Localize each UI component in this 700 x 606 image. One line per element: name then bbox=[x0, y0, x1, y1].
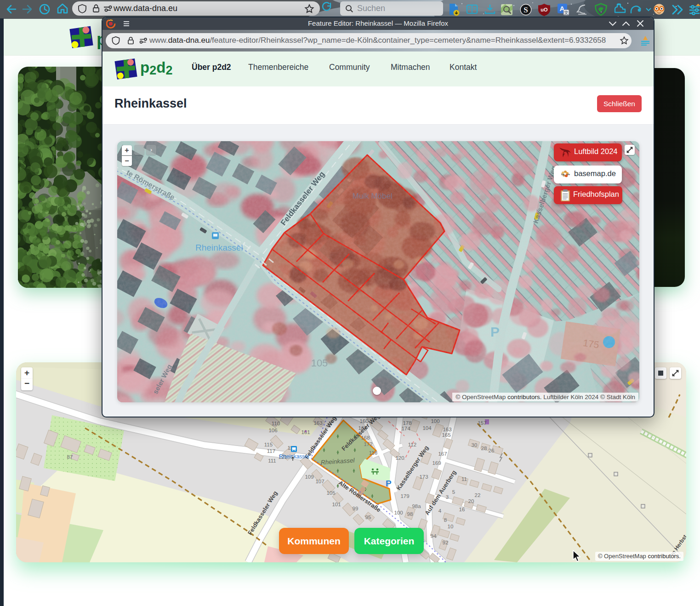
svg-text:110: 110 bbox=[272, 421, 280, 426]
svg-text:100: 100 bbox=[394, 510, 403, 515]
svg-text:106: 106 bbox=[268, 428, 277, 433]
svg-text:115: 115 bbox=[264, 442, 273, 447]
svg-text:99: 99 bbox=[353, 506, 359, 511]
svg-text:文: 文 bbox=[564, 10, 569, 15]
svg-text:172: 172 bbox=[364, 441, 372, 447]
svg-text:Rheinkassel: Rheinkassel bbox=[279, 453, 309, 460]
svg-text:101: 101 bbox=[332, 502, 341, 507]
svg-text:30: 30 bbox=[472, 442, 478, 448]
svg-text:5: 5 bbox=[452, 489, 455, 495]
svg-text:167: 167 bbox=[438, 451, 447, 457]
svg-text:Rheinkassel: Rheinkassel bbox=[195, 243, 243, 252]
svg-text:95: 95 bbox=[365, 515, 371, 520]
svg-text:S: S bbox=[524, 6, 528, 14]
svg-text:92: 92 bbox=[443, 540, 449, 545]
svg-text:163: 163 bbox=[443, 427, 451, 432]
svg-text:Mulk Möbel: Mulk Möbel bbox=[353, 192, 393, 200]
svg-text:16: 16 bbox=[459, 507, 465, 512]
svg-text:107: 107 bbox=[315, 479, 324, 484]
svg-text:uO: uO bbox=[541, 7, 548, 12]
svg-text:168: 168 bbox=[361, 435, 370, 440]
svg-text:117: 117 bbox=[267, 448, 275, 454]
svg-text:20: 20 bbox=[468, 498, 474, 504]
svg-text:28: 28 bbox=[481, 446, 487, 451]
svg-text:ba: ba bbox=[561, 173, 565, 176]
svg-text:98: 98 bbox=[407, 511, 413, 517]
svg-text:98a: 98a bbox=[412, 503, 421, 509]
svg-text:161: 161 bbox=[301, 429, 310, 435]
svg-text:104: 104 bbox=[422, 425, 432, 431]
svg-text:179: 179 bbox=[400, 493, 409, 499]
svg-text:11: 11 bbox=[461, 476, 467, 482]
svg-text:165: 165 bbox=[442, 432, 450, 438]
svg-text:116: 116 bbox=[369, 450, 377, 456]
svg-text:22: 22 bbox=[475, 492, 481, 498]
svg-text:87: 87 bbox=[67, 454, 73, 460]
svg-text:109: 109 bbox=[305, 474, 313, 480]
svg-text:173: 173 bbox=[419, 474, 428, 480]
svg-text:169: 169 bbox=[432, 460, 441, 466]
svg-text:94: 94 bbox=[431, 533, 437, 539]
svg-text:105: 105 bbox=[326, 490, 335, 496]
svg-text:4: 4 bbox=[438, 508, 442, 514]
svg-text:100: 100 bbox=[431, 418, 439, 424]
svg-text:178: 178 bbox=[403, 420, 411, 426]
svg-text:26: 26 bbox=[489, 448, 495, 453]
svg-text:3: 3 bbox=[446, 494, 449, 500]
svg-text:de: de bbox=[567, 173, 570, 176]
svg-text:120: 120 bbox=[395, 455, 404, 461]
svg-text:10: 10 bbox=[448, 524, 454, 529]
svg-text:112: 112 bbox=[408, 442, 416, 447]
svg-text:157: 157 bbox=[478, 420, 486, 426]
svg-text:163: 163 bbox=[313, 420, 322, 426]
svg-text:111: 111 bbox=[268, 458, 276, 463]
svg-text:P: P bbox=[386, 479, 392, 488]
svg-text:8: 8 bbox=[444, 517, 447, 523]
svg-text:174: 174 bbox=[401, 426, 410, 431]
